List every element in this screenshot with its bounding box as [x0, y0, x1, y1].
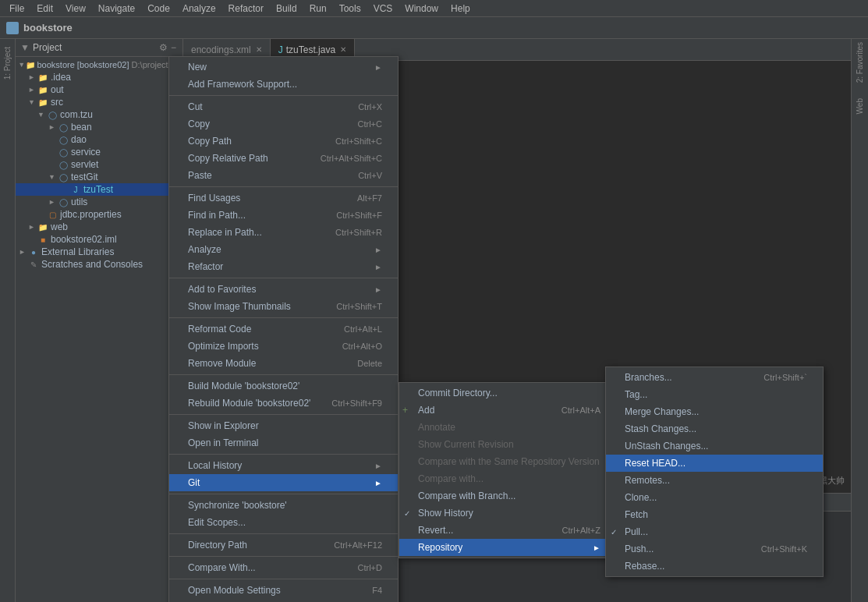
- web-label[interactable]: Web: [856, 98, 864, 114]
- tab-close-icon[interactable]: ✕: [256, 45, 262, 54]
- menu-item-remotes[interactable]: Remotes...: [606, 472, 823, 489]
- menu-item-local-history[interactable]: Local History ►: [169, 457, 398, 474]
- menu-refactor[interactable]: Refactor: [222, 3, 270, 14]
- menu-vcs[interactable]: VCS: [367, 3, 399, 14]
- list-item[interactable]: ◯ dao: [16, 133, 182, 146]
- menu-item-revert[interactable]: Revert... Ctrl+Alt+Z: [399, 522, 616, 539]
- menu-item-find-usages[interactable]: Find Usages Alt+F7: [169, 189, 398, 207]
- menu-item-label: Paste: [188, 170, 212, 181]
- menu-item-rebuild-module[interactable]: Rebuild Module 'bookstore02' Ctrl+Shift+…: [169, 395, 398, 412]
- menu-item-reset-head[interactable]: Reset HEAD...: [606, 455, 823, 472]
- list-item[interactable]: ► ● External Libraries: [16, 246, 182, 258]
- menu-item-open-module-settings[interactable]: Open Module Settings F4: [169, 582, 398, 599]
- menu-tools[interactable]: Tools: [333, 3, 367, 14]
- separator: [169, 317, 398, 318]
- menu-item-mark-directory[interactable]: Mark Directory as ►: [169, 599, 398, 602]
- menu-item-build-module[interactable]: Build Module 'bookstore02': [169, 377, 398, 395]
- list-item[interactable]: ► 📁 out: [16, 83, 182, 96]
- package-icon: ◯: [58, 147, 69, 158]
- list-item[interactable]: ▼ 📁 src: [16, 96, 182, 108]
- menu-item-remove-module[interactable]: Remove Module Delete: [169, 355, 398, 372]
- menu-item-paste[interactable]: Paste Ctrl+V: [169, 167, 398, 184]
- menu-navigate[interactable]: Navigate: [92, 3, 141, 14]
- menu-item-synchronize[interactable]: Synchronize 'bookstore': [169, 497, 398, 514]
- minimize-icon[interactable]: −: [171, 42, 176, 53]
- menu-file[interactable]: File: [3, 3, 30, 14]
- menu-run[interactable]: Run: [303, 3, 333, 14]
- menu-item-analyze[interactable]: Analyze ►: [169, 241, 398, 258]
- menu-item-copy-relative[interactable]: Copy Relative Path Ctrl+Alt+Shift+C: [169, 150, 398, 167]
- tree-area: ▼ 📁 bookstore [bookstore02] D:\project\b…: [16, 57, 182, 602]
- list-item[interactable]: ► 📁 web: [16, 221, 182, 233]
- menu-item-edit-scopes[interactable]: Edit Scopes...: [169, 514, 398, 531]
- menu-item-commit-dir[interactable]: Commit Directory...: [399, 384, 616, 402]
- menu-item-clone[interactable]: Clone...: [606, 489, 823, 506]
- menu-item-branches[interactable]: Branches... Ctrl+Shift+`: [606, 369, 823, 386]
- package-icon: ◯: [58, 122, 69, 133]
- menu-item-refactor[interactable]: Refactor ►: [169, 258, 398, 275]
- menu-view[interactable]: View: [59, 3, 92, 14]
- menu-item-cut[interactable]: Cut Ctrl+X: [169, 98, 398, 115]
- menu-item-label: Show in Explorer: [188, 420, 259, 431]
- list-item[interactable]: ▢ jdbc.properties: [16, 208, 182, 221]
- tree-item-label: dao: [71, 134, 87, 145]
- menu-item-push[interactable]: Push... Ctrl+Shift+K: [606, 540, 823, 558]
- menu-item-pull[interactable]: ✓ Pull...: [606, 523, 823, 540]
- menu-item-add-favorites[interactable]: Add to Favorites ►: [169, 281, 398, 298]
- project-icon[interactable]: 1: Project: [2, 44, 13, 83]
- menu-item-copy[interactable]: Copy Ctrl+C: [169, 115, 398, 133]
- menu-item-label: Remotes...: [625, 475, 670, 486]
- menu-item-new[interactable]: New ►: [169, 58, 398, 76]
- menu-item-add-framework[interactable]: Add Framework Support...: [169, 76, 398, 93]
- shortcut-label: Ctrl+Shift+F9: [331, 398, 382, 408]
- menu-item-add[interactable]: + Add Ctrl+Alt+A: [399, 402, 616, 419]
- list-item[interactable]: ✎ Scratches and Consoles: [16, 258, 182, 271]
- list-item[interactable]: ► 📁 .idea: [16, 71, 182, 83]
- menu-item-fetch[interactable]: Fetch: [606, 506, 823, 523]
- menu-item-label: Copy: [188, 119, 210, 129]
- menu-code[interactable]: Code: [141, 3, 176, 14]
- menu-item-compare-with[interactable]: Compare With... Ctrl+D: [169, 559, 398, 576]
- favorites-label[interactable]: 2: Favorites: [856, 42, 864, 83]
- shortcut-label: Ctrl+Alt+A: [562, 405, 601, 415]
- list-item[interactable]: ▼ ◯ com.tzu: [16, 108, 182, 121]
- package-icon: ◯: [58, 197, 69, 207]
- menu-item-tag[interactable]: Tag...: [606, 386, 823, 403]
- menu-item-optimize-imports[interactable]: Optimize Imports Ctrl+Alt+O: [169, 338, 398, 355]
- menu-window[interactable]: Window: [399, 3, 445, 14]
- menu-edit[interactable]: Edit: [30, 3, 59, 14]
- menu-item-label: Show History: [418, 508, 473, 519]
- menu-item-show-explorer[interactable]: Show in Explorer: [169, 417, 398, 434]
- menu-item-reformat[interactable]: Reformat Code Ctrl+Alt+L: [169, 320, 398, 338]
- menu-item-copy-path[interactable]: Copy Path Ctrl+Shift+C: [169, 133, 398, 150]
- list-item[interactable]: ◯ service: [16, 146, 182, 158]
- list-item[interactable]: ► ◯ bean: [16, 121, 182, 133]
- menu-item-unstash[interactable]: UnStash Changes...: [606, 437, 823, 455]
- tree-root[interactable]: ▼ 📁 bookstore [bookstore02] D:\project\b…: [16, 58, 182, 71]
- menu-build[interactable]: Build: [270, 3, 303, 14]
- menu-item-stash[interactable]: Stash Changes...: [606, 420, 823, 437]
- menu-help[interactable]: Help: [445, 3, 477, 14]
- menu-item-compare-branch[interactable]: Compare with Branch...: [399, 487, 616, 505]
- menu-item-label: Open in Terminal: [188, 437, 259, 448]
- settings-icon[interactable]: ⚙: [159, 42, 168, 53]
- list-item[interactable]: ◯ servlet: [16, 158, 182, 171]
- submenu-arrow-icon: ►: [374, 285, 382, 294]
- menu-item-repository[interactable]: Repository ►: [399, 539, 616, 556]
- menu-item-directory-path[interactable]: Directory Path Ctrl+Alt+F12: [169, 536, 398, 554]
- list-item[interactable]: ▼ ◯ testGit: [16, 171, 182, 183]
- menu-item-find-path[interactable]: Find in Path... Ctrl+Shift+F: [169, 207, 398, 224]
- menu-item-replace-path[interactable]: Replace in Path... Ctrl+Shift+R: [169, 224, 398, 241]
- menu-analyze[interactable]: Analyze: [176, 3, 222, 14]
- menu-item-image-thumbnails[interactable]: Show Image Thumbnails Ctrl+Shift+T: [169, 298, 398, 315]
- menu-item-rebase[interactable]: Rebase...: [606, 558, 823, 575]
- shortcut-label: Ctrl+Shift+K: [761, 544, 807, 554]
- list-item[interactable]: ► ◯ utils: [16, 196, 182, 208]
- menu-item-show-history[interactable]: ✓ Show History: [399, 505, 616, 522]
- menu-item-open-terminal[interactable]: Open in Terminal: [169, 434, 398, 452]
- list-item[interactable]: ■ bookstore02.iml: [16, 233, 182, 246]
- menu-item-git[interactable]: Git ►: [169, 474, 398, 491]
- list-item[interactable]: J tzuTest: [16, 183, 182, 196]
- menu-item-merge[interactable]: Merge Changes...: [606, 403, 823, 420]
- tab-close-icon[interactable]: ✕: [340, 45, 346, 54]
